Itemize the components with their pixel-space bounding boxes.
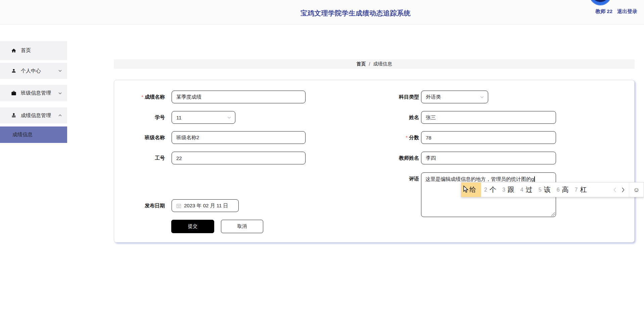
student-name-input[interactable] — [421, 111, 556, 124]
teacher-name-label: 教师姓名 — [368, 152, 419, 164]
ime-candidate-6[interactable]: 6 高 — [554, 183, 572, 197]
ime-candidate-5[interactable]: 5 该 — [536, 183, 554, 197]
ime-next-page-button[interactable] — [619, 183, 627, 197]
ime-candidate-1-highlighted[interactable]: 1 给 — [461, 183, 481, 197]
ime-candidate-2[interactable]: 2 个 — [481, 183, 499, 197]
breadcrumb-home-link[interactable]: 首页 — [357, 61, 366, 67]
publish-date-label: 发布日期 — [114, 199, 165, 212]
student-id-label: 学号 — [114, 111, 165, 124]
student-id-value: 11 — [176, 115, 182, 120]
publish-date-input[interactable]: 2023 年 02 月 11 日 — [172, 199, 239, 212]
class-name-label: 班级名称 — [114, 131, 165, 144]
staff-id-input[interactable] — [172, 152, 306, 164]
sidebar-item-home[interactable]: 首页 — [0, 41, 67, 60]
resize-grip-icon[interactable] — [551, 212, 555, 216]
sidebar-item-class-management[interactable]: 班级信息管理 — [0, 85, 67, 101]
sidebar-item-label: 首页 — [21, 47, 31, 54]
comment-text: 这里是编辑成绩信息的地方，管理员的统计图的 — [425, 176, 531, 182]
app-header: 宝鸡文理学院学生成绩动态追踪系统 教师 22 退出登录 — [0, 0, 644, 24]
calendar-icon — [176, 203, 181, 208]
submit-button[interactable]: 提交 — [171, 220, 214, 233]
text-caret — [534, 176, 535, 182]
staff-id-label: 工号 — [114, 152, 165, 164]
ime-candidate-7[interactable]: 7 杠 — [572, 183, 590, 197]
home-icon — [11, 48, 16, 53]
breadcrumb-current: 成绩信息 — [373, 61, 392, 67]
sidebar-item-label: 成绩信息管理 — [21, 112, 51, 119]
sidebar-item-label: 个人中心 — [21, 68, 41, 74]
sidebar: 首页 个人中心 班级信息管理 成绩信息管理 成绩信息 — [0, 24, 67, 312]
score-name-label: *成绩名称 — [114, 91, 165, 103]
teacher-name-input[interactable] — [421, 152, 556, 164]
select-chevron-icon — [227, 115, 231, 120]
score-label: *分数 — [368, 131, 419, 144]
score-edit-form-card: *成绩名称 科目类型 外语类 学号 11 姓名 班级名称 *分数 工号 教师姓名… — [114, 80, 635, 243]
next-page-icon — [622, 187, 625, 193]
page-title: 宝鸡文理学院学生成绩动态追踪系统 — [67, 9, 644, 18]
score-input[interactable] — [421, 131, 556, 144]
chevron-down-icon — [58, 69, 62, 73]
student-name-label: 姓名 — [368, 111, 419, 124]
prev-page-icon — [613, 187, 616, 193]
sidebar-item-score-management[interactable]: 成绩信息管理 — [0, 107, 67, 123]
required-asterisk: * — [141, 94, 143, 100]
avatar[interactable] — [590, 0, 611, 5]
ime-composition-text: g — [531, 176, 534, 182]
ime-candidate-4[interactable]: 4 过 — [517, 183, 536, 197]
ime-candidate-char: 给 — [469, 185, 476, 194]
user-icon — [11, 68, 16, 73]
chevron-down-icon — [58, 91, 62, 95]
student-id-select[interactable]: 11 — [172, 111, 235, 124]
breadcrumb-separator: / — [369, 61, 370, 67]
subject-type-value: 外语类 — [426, 94, 441, 100]
logout-link[interactable]: 退出登录 — [617, 8, 637, 15]
subject-type-label: 科目类型 — [368, 91, 419, 103]
sidebar-item-personal-center[interactable]: 个人中心 — [0, 63, 67, 79]
smiley-icon: ☺ — [633, 186, 640, 194]
ime-candidate-bar: 1 给 2 个 3 跟 4 过 5 该 6 高 7 杠 ☺ — [461, 182, 644, 197]
user-name: 教师 22 — [595, 8, 612, 15]
mouse-cursor-icon — [463, 186, 469, 193]
ime-emoji-button[interactable]: ☺ — [629, 183, 644, 197]
select-chevron-icon — [480, 95, 484, 99]
required-asterisk: * — [406, 135, 408, 140]
breadcrumb: 首页 / 成绩信息 — [114, 59, 635, 69]
sidebar-item-label: 班级信息管理 — [21, 90, 51, 96]
publish-date-value: 2023 年 02 月 11 日 — [184, 203, 228, 209]
briefcase-icon — [11, 91, 16, 96]
ime-prev-page-button[interactable] — [611, 183, 619, 197]
sidebar-subitem-label: 成绩信息 — [12, 132, 33, 138]
comment-label: 评语 — [368, 172, 419, 185]
stamp-icon — [11, 113, 16, 118]
ime-candidate-3[interactable]: 3 跟 — [499, 183, 517, 197]
cancel-button[interactable]: 取消 — [221, 220, 263, 233]
score-name-input[interactable] — [172, 91, 306, 103]
subject-type-select[interactable]: 外语类 — [421, 91, 488, 103]
class-name-input[interactable] — [172, 131, 306, 144]
chevron-up-icon — [58, 113, 62, 117]
sidebar-subitem-score-info-selected[interactable]: 成绩信息 — [0, 126, 67, 143]
